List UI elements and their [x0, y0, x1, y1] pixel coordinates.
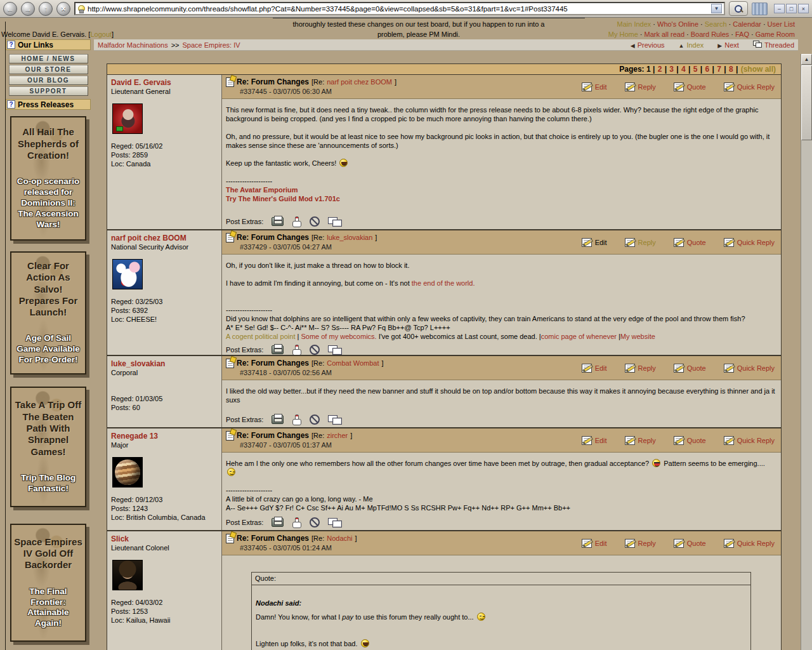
address-dropdown-button[interactable]: ▼ — [711, 4, 722, 13]
previous-link[interactable]: ◀Previous — [631, 41, 665, 49]
top-nav-link[interactable]: Mark all read — [644, 30, 684, 38]
page-link[interactable]: 7 — [717, 65, 721, 74]
reply-to-link[interactable]: zircher — [327, 431, 348, 441]
sidebar-item-home-news[interactable]: HOME / NEWS — [9, 54, 88, 63]
author-name-link[interactable]: narf poit chez BOOM — [111, 234, 218, 242]
print-icon[interactable] — [272, 345, 284, 354]
sidebar-item-our-store[interactable]: OUR STORE — [9, 65, 88, 74]
quick-reply-button[interactable]: Quick Reply — [724, 364, 775, 373]
press-release-card[interactable]: Space Empires IV Gold Off BackorderThe F… — [10, 524, 86, 642]
page-link[interactable]: 8 — [729, 65, 733, 74]
show-all-link[interactable]: (show all) — [741, 65, 776, 74]
quick-reply-button[interactable]: Quick Reply — [724, 539, 775, 548]
back-button[interactable]: ← — [3, 2, 17, 16]
help-icon[interactable]: ? — [7, 100, 15, 109]
logout-link[interactable]: Logout — [90, 30, 112, 38]
notify-moderator-icon[interactable] — [292, 415, 301, 425]
quick-reply-button[interactable]: Quick Reply — [724, 83, 775, 91]
top-nav-link[interactable]: Calendar — [733, 20, 761, 28]
top-nav-link[interactable]: Who's Online — [657, 20, 698, 28]
threaded-link[interactable]: Threaded — [753, 41, 794, 49]
moderate-icon[interactable] — [310, 216, 320, 227]
quote-button[interactable]: Quote — [674, 83, 706, 91]
quick-reply-button[interactable]: Quick Reply — [724, 436, 775, 445]
page-link[interactable]: 2 — [658, 65, 662, 74]
edit-button[interactable]: Edit — [582, 364, 607, 373]
press-release-card[interactable]: Take A Trip Off The Beaten Path With Shr… — [10, 387, 86, 507]
print-icon[interactable] — [272, 415, 284, 424]
edit-button[interactable]: Edit — [582, 83, 607, 91]
gallery-icon[interactable] — [752, 3, 768, 15]
forward-button[interactable]: → — [21, 2, 35, 16]
post-link[interactable]: My website — [620, 333, 655, 340]
reply-button[interactable]: Reply — [625, 238, 656, 247]
top-nav-link[interactable]: User List — [768, 20, 795, 28]
signature-link[interactable]: The Avatar Emporium — [226, 186, 298, 194]
quote-button[interactable]: Quote — [674, 539, 706, 548]
close-button[interactable]: × — [798, 4, 809, 13]
scrollbar-thumb[interactable] — [801, 65, 812, 140]
reply-to-link[interactable]: luke_slovakian — [327, 233, 372, 242]
author-name-link[interactable]: Slick — [111, 534, 218, 543]
page-link[interactable]: 5 — [693, 65, 698, 74]
author-name-link[interactable]: luke_slovakian — [111, 359, 218, 368]
page-link[interactable]: 4 — [681, 65, 686, 74]
print-icon[interactable] — [272, 518, 284, 527]
top-nav-link[interactable]: Game Room — [756, 30, 795, 38]
reply-button[interactable]: Reply — [625, 539, 656, 548]
post-link[interactable]: comic page of whenever — [541, 333, 617, 340]
moderate-icon[interactable] — [310, 517, 320, 527]
quote-button[interactable]: Quote — [674, 364, 706, 373]
email-post-icon[interactable] — [328, 345, 341, 355]
quote-button[interactable]: Quote — [674, 436, 706, 445]
moderate-icon[interactable] — [310, 345, 320, 355]
page-link[interactable]: 6 — [705, 65, 710, 74]
reply-to-link[interactable]: Combat Wombat — [327, 359, 379, 368]
email-post-icon[interactable] — [328, 415, 341, 425]
stop-button[interactable]: × — [56, 2, 70, 16]
quick-reply-button[interactable]: Quick Reply — [724, 238, 775, 247]
edit-button[interactable]: Edit — [582, 238, 607, 247]
index-link[interactable]: ▲Index — [679, 41, 704, 49]
sidebar-item-our-blog[interactable]: OUR BLOG — [9, 76, 88, 85]
top-nav-link[interactable]: My Home — [608, 30, 638, 38]
scrollbar-up-arrow[interactable]: ▲ — [801, 54, 812, 65]
post-link[interactable]: A cogent political point — [226, 333, 295, 340]
minimize-button[interactable]: – — [774, 4, 785, 13]
moderate-icon[interactable] — [310, 415, 320, 425]
reply-to-link[interactable]: Nodachi — [327, 534, 352, 543]
top-nav-link[interactable]: Board Rules — [691, 30, 730, 38]
top-nav-link[interactable]: Search — [705, 20, 727, 28]
author-name-link[interactable]: David E. Gervais — [111, 78, 218, 87]
url-text[interactable]: http://www.shrapnelcommunity.com/threads… — [88, 5, 709, 13]
notify-moderator-icon[interactable] — [292, 345, 301, 355]
post-link[interactable]: Some of my webcomics. — [301, 333, 376, 340]
edit-button[interactable]: Edit — [582, 436, 607, 445]
author-name-link[interactable]: Renegade 13 — [111, 432, 218, 441]
page-scrollbar[interactable]: ▲ — [801, 54, 812, 650]
top-nav-link[interactable]: FAQ — [735, 30, 749, 38]
help-icon[interactable]: ? — [7, 41, 15, 49]
maximize-button[interactable]: □ — [786, 4, 797, 13]
reply-to-link[interactable]: narf poit chez BOOM — [327, 77, 392, 87]
press-release-card[interactable]: All Hail The Shepherds of Creation!Co-op… — [10, 116, 86, 241]
reply-button[interactable]: Reply — [625, 364, 656, 373]
signature-link[interactable]: Try The Miner's Guild Mod v1.701c — [226, 195, 340, 202]
next-link[interactable]: ▶Next — [717, 41, 739, 49]
search-button[interactable] — [729, 1, 748, 16]
reply-button[interactable]: Reply — [625, 436, 656, 445]
notify-moderator-icon[interactable] — [292, 216, 301, 227]
up-button[interactable]: ↑ — [39, 2, 53, 16]
email-post-icon[interactable] — [328, 518, 341, 527]
reply-button[interactable]: Reply — [625, 83, 656, 91]
address-bar[interactable]: http://www.shrapnelcommunity.com/threads… — [74, 2, 725, 15]
breadcrumb-forum-link[interactable]: Malfador Machinations — [98, 41, 168, 49]
breadcrumb-board-link[interactable]: Space Empires: IV — [183, 41, 240, 49]
post-link[interactable]: the end of the world. — [412, 279, 475, 287]
print-icon[interactable] — [272, 217, 284, 226]
quote-button[interactable]: Quote — [674, 238, 706, 247]
sidebar-item-support[interactable]: SUPPORT — [9, 86, 88, 96]
top-nav-link[interactable]: Main Index — [617, 20, 652, 28]
email-post-icon[interactable] — [328, 217, 341, 227]
edit-button[interactable]: Edit — [582, 539, 607, 548]
